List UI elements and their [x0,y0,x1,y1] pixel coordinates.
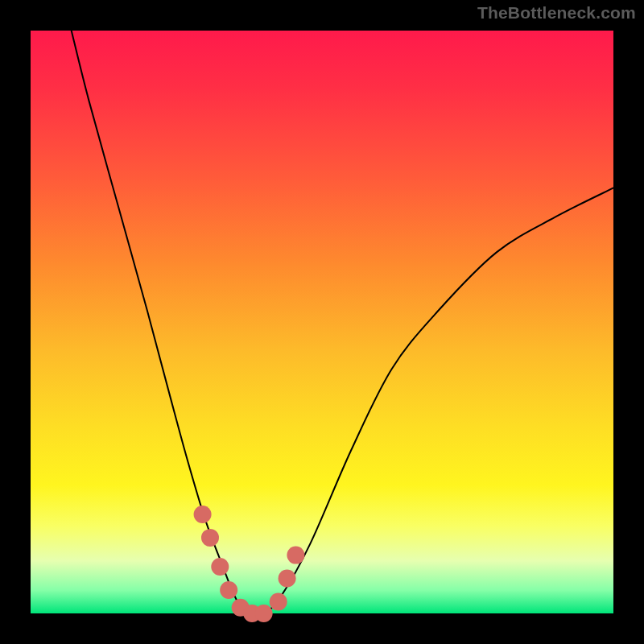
highlight-dot [201,529,219,547]
bottleneck-curve [72,31,613,616]
highlight-dot [270,593,287,611]
highlight-dot [287,547,304,564]
watermark-text: TheBottleneck.com [477,3,636,23]
highlight-dot [255,605,273,622]
chart-stage: TheBottleneck.com [0,0,644,644]
highlight-dot [220,581,237,599]
highlight-dot [211,558,229,576]
highlight-dot [194,506,212,523]
plot-area [31,31,613,613]
highlight-dot [279,570,296,588]
curve-svg [31,31,613,613]
highlight-dots [194,506,305,622]
